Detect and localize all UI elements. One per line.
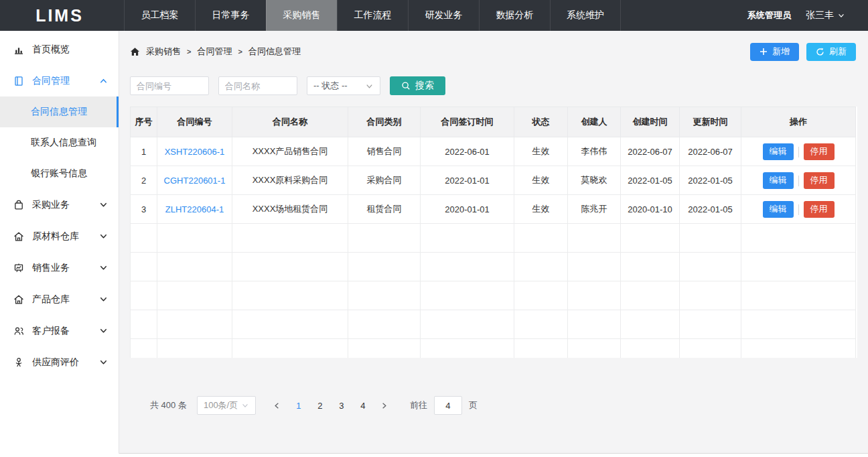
chevron-down-icon: [99, 295, 108, 304]
table-row: 1XSHT220606-1XXXX产品销售合同销售合同2022-06-01生效李…: [131, 137, 856, 166]
user-name: 张三丰: [806, 9, 834, 21]
sidebar-subitem-2-3[interactable]: 银行账号信息: [0, 158, 119, 189]
empty-cell: [232, 281, 348, 310]
breadcrumb-separator: >: [238, 48, 242, 56]
search-button[interactable]: 搜索: [390, 76, 445, 95]
page-button-4[interactable]: 4: [352, 396, 374, 415]
sidebar-item-8[interactable]: 供应商评价: [0, 346, 119, 378]
edit-button[interactable]: 编辑: [763, 172, 794, 189]
edit-button[interactable]: 编辑: [763, 201, 794, 218]
contract-no-link[interactable]: CGHT220601-1: [164, 176, 226, 186]
empty-cell: [621, 253, 680, 281]
sidebar-item-label: 客户报备: [32, 325, 70, 337]
prev-page-button[interactable]: [267, 396, 288, 415]
goto-suffix: 页: [469, 399, 478, 411]
empty-cell: [680, 339, 741, 358]
contract-no-link[interactable]: ZLHT220604-1: [165, 204, 224, 214]
cell-created: 2022-01-05: [621, 166, 680, 195]
chevron-box: [99, 200, 108, 209]
chevron-right-icon: [380, 401, 388, 410]
cell-creator: 李伟伟: [568, 137, 621, 166]
cell-index: 2: [131, 166, 157, 195]
sidebar-subitem-2-1[interactable]: 合同信息管理: [0, 96, 119, 127]
nav-item-1[interactable]: 员工档案: [124, 0, 195, 31]
sidebar-item-6[interactable]: 产品仓库: [0, 283, 119, 315]
cell-contract-no: CGHT220601-1: [157, 166, 232, 195]
disable-button[interactable]: 停用: [804, 201, 835, 218]
contract-name-input[interactable]: [218, 76, 297, 95]
cell-sign_date: 2022-06-01: [421, 137, 514, 166]
nav-item-6[interactable]: 数据分析: [479, 0, 550, 31]
sidebar-item-4[interactable]: 原材料仓库: [0, 220, 119, 252]
empty-cell: [514, 253, 568, 281]
refresh-icon: [816, 48, 824, 56]
status-select[interactable]: -- 状态 --: [307, 76, 380, 95]
sidebar-item-3[interactable]: 采购业务: [0, 189, 119, 220]
chevron-down-icon: [99, 200, 108, 209]
column-header-category: 合同类别: [348, 107, 421, 137]
filter-row: -- 状态 -- 搜索: [130, 76, 868, 95]
action-divider: [798, 176, 799, 186]
action-divider: [798, 147, 799, 157]
disable-button[interactable]: 停用: [804, 172, 835, 189]
page-button-1[interactable]: 1: [288, 396, 309, 415]
cell-name: XXXX场地租赁合同: [232, 195, 348, 224]
empty-cell: [421, 224, 514, 253]
sidebar-item-label: 合同管理: [32, 75, 70, 87]
add-button-label: 新增: [772, 46, 790, 58]
empty-cell: [621, 281, 680, 310]
cell-updated: 2022-01-05: [680, 195, 741, 224]
user-menu[interactable]: 张三丰: [806, 9, 845, 21]
page-button-3[interactable]: 3: [331, 396, 352, 415]
contract-no-input[interactable]: [130, 76, 209, 95]
sidebar-item-label: 采购业务: [32, 199, 70, 211]
empty-cell: [348, 339, 421, 358]
contract-no-link[interactable]: XSHT220606-1: [165, 147, 225, 157]
cell-creator: 莫晓欢: [568, 166, 621, 195]
main-content: 采购销售>合同管理>合同信息管理 新增 刷新: [119, 31, 868, 454]
nav-item-2[interactable]: 日常事务: [195, 0, 266, 31]
empty-cell: [514, 281, 568, 310]
refresh-button[interactable]: 刷新: [806, 43, 856, 61]
empty-cell: [514, 339, 568, 358]
empty-cell: [157, 224, 232, 253]
chevron-box: [99, 232, 108, 241]
disable-button[interactable]: 停用: [804, 143, 835, 160]
empty-cell: [741, 253, 856, 281]
cell-contract-no: XSHT220606-1: [157, 137, 232, 166]
empty-table-row: [131, 281, 856, 310]
user-area: 系统管理员 张三丰: [747, 0, 868, 31]
sidebar-item-7[interactable]: 客户报备: [0, 315, 119, 346]
next-page-button[interactable]: [374, 396, 395, 415]
add-button[interactable]: 新增: [750, 43, 799, 61]
chevron-down-icon: [365, 82, 374, 90]
sidebar-item-1[interactable]: 首页概览: [0, 34, 119, 65]
cell-creator: 陈兆开: [568, 195, 621, 224]
board-icon: [13, 263, 24, 273]
page-numbers: 1234: [288, 396, 374, 415]
cell-actions: 编辑停用: [741, 166, 856, 195]
cell-updated: 2022-06-07: [680, 137, 741, 166]
nav-item-7[interactable]: 系统维护: [550, 0, 621, 31]
sidebar-item-2[interactable]: 合同管理: [0, 65, 119, 96]
nav-item-5[interactable]: 研发业务: [408, 0, 479, 31]
empty-cell: [157, 339, 232, 358]
empty-cell: [157, 310, 232, 339]
page-size-select[interactable]: 100条/页: [197, 396, 256, 415]
nav-item-3[interactable]: 采购销售: [266, 0, 337, 31]
page-button-2[interactable]: 2: [309, 396, 331, 415]
breadcrumb-item-2[interactable]: 合同管理: [197, 46, 232, 58]
sidebar-item-5[interactable]: 销售业务: [0, 252, 119, 283]
empty-cell: [421, 253, 514, 281]
contracts-table: 序号合同编号合同名称合同类别合同签订时间状态创建人创建时间更新时间操作1XSHT…: [130, 107, 857, 358]
empty-cell: [741, 339, 856, 358]
sidebar: 首页概览合同管理合同信息管理联系人信息查询银行账号信息采购业务原材料仓库销售业务…: [0, 31, 119, 454]
table-row: 3ZLHT220604-1XXXX场地租赁合同租赁合同2020-01-01生效陈…: [131, 195, 856, 224]
breadcrumb-item-3[interactable]: 合同信息管理: [248, 46, 301, 58]
goto-page-input[interactable]: [434, 396, 462, 415]
breadcrumb-item-1[interactable]: 采购销售: [146, 46, 181, 58]
nav-item-4[interactable]: 工作流程: [337, 0, 408, 31]
edit-button[interactable]: 编辑: [763, 143, 794, 160]
sidebar-subitem-2-2[interactable]: 联系人信息查询: [0, 127, 119, 158]
empty-cell: [680, 310, 741, 339]
